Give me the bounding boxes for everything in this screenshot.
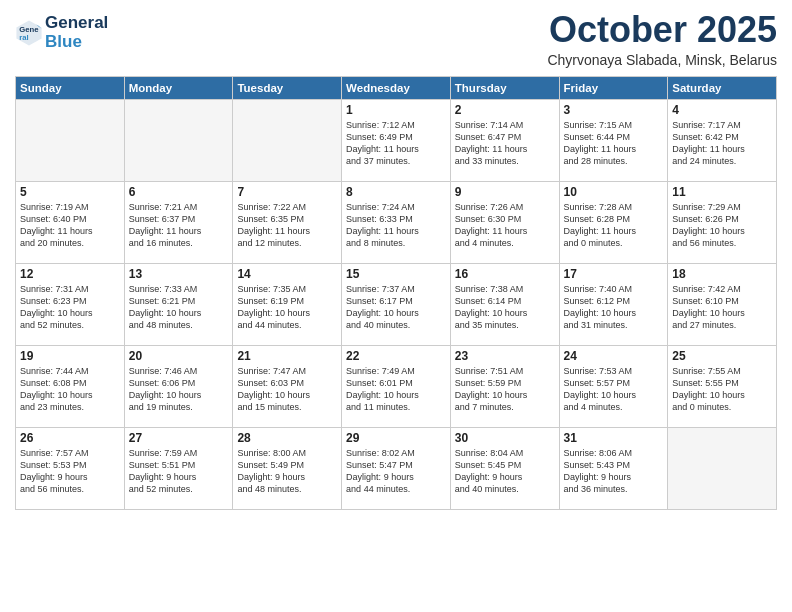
- calendar-cell: 26Sunrise: 7:57 AM Sunset: 5:53 PM Dayli…: [16, 427, 125, 509]
- day-number: 2: [455, 103, 555, 117]
- svg-text:Gene: Gene: [19, 24, 39, 33]
- calendar-cell: 19Sunrise: 7:44 AM Sunset: 6:08 PM Dayli…: [16, 345, 125, 427]
- day-number: 6: [129, 185, 229, 199]
- calendar-cell: 28Sunrise: 8:00 AM Sunset: 5:49 PM Dayli…: [233, 427, 342, 509]
- cell-info: Sunrise: 7:14 AM Sunset: 6:47 PM Dayligh…: [455, 119, 555, 168]
- weekday-header-thursday: Thursday: [450, 76, 559, 99]
- calendar-cell: 8Sunrise: 7:24 AM Sunset: 6:33 PM Daylig…: [342, 181, 451, 263]
- calendar-cell: 16Sunrise: 7:38 AM Sunset: 6:14 PM Dayli…: [450, 263, 559, 345]
- calendar-cell: 14Sunrise: 7:35 AM Sunset: 6:19 PM Dayli…: [233, 263, 342, 345]
- day-number: 5: [20, 185, 120, 199]
- calendar-week-1: 1Sunrise: 7:12 AM Sunset: 6:49 PM Daylig…: [16, 99, 777, 181]
- calendar-cell: 25Sunrise: 7:55 AM Sunset: 5:55 PM Dayli…: [668, 345, 777, 427]
- day-number: 23: [455, 349, 555, 363]
- day-number: 25: [672, 349, 772, 363]
- cell-info: Sunrise: 7:17 AM Sunset: 6:42 PM Dayligh…: [672, 119, 772, 168]
- day-number: 11: [672, 185, 772, 199]
- day-number: 10: [564, 185, 664, 199]
- day-number: 15: [346, 267, 446, 281]
- day-number: 13: [129, 267, 229, 281]
- header: Gene ral General Blue October 2025 Chyrv…: [15, 10, 777, 68]
- cell-info: Sunrise: 7:51 AM Sunset: 5:59 PM Dayligh…: [455, 365, 555, 414]
- cell-info: Sunrise: 7:55 AM Sunset: 5:55 PM Dayligh…: [672, 365, 772, 414]
- day-number: 29: [346, 431, 446, 445]
- day-number: 9: [455, 185, 555, 199]
- cell-info: Sunrise: 7:29 AM Sunset: 6:26 PM Dayligh…: [672, 201, 772, 250]
- svg-text:ral: ral: [19, 33, 28, 42]
- day-number: 12: [20, 267, 120, 281]
- cell-info: Sunrise: 7:22 AM Sunset: 6:35 PM Dayligh…: [237, 201, 337, 250]
- calendar-cell: 5Sunrise: 7:19 AM Sunset: 6:40 PM Daylig…: [16, 181, 125, 263]
- calendar-cell: 29Sunrise: 8:02 AM Sunset: 5:47 PM Dayli…: [342, 427, 451, 509]
- calendar-cell: 12Sunrise: 7:31 AM Sunset: 6:23 PM Dayli…: [16, 263, 125, 345]
- calendar-cell: 9Sunrise: 7:26 AM Sunset: 6:30 PM Daylig…: [450, 181, 559, 263]
- weekday-header-row: SundayMondayTuesdayWednesdayThursdayFrid…: [16, 76, 777, 99]
- calendar-cell: 24Sunrise: 7:53 AM Sunset: 5:57 PM Dayli…: [559, 345, 668, 427]
- cell-info: Sunrise: 7:19 AM Sunset: 6:40 PM Dayligh…: [20, 201, 120, 250]
- cell-info: Sunrise: 7:49 AM Sunset: 6:01 PM Dayligh…: [346, 365, 446, 414]
- cell-info: Sunrise: 8:06 AM Sunset: 5:43 PM Dayligh…: [564, 447, 664, 496]
- calendar-cell: 17Sunrise: 7:40 AM Sunset: 6:12 PM Dayli…: [559, 263, 668, 345]
- calendar-week-3: 12Sunrise: 7:31 AM Sunset: 6:23 PM Dayli…: [16, 263, 777, 345]
- page-container: Gene ral General Blue October 2025 Chyrv…: [0, 0, 792, 515]
- calendar-cell: 20Sunrise: 7:46 AM Sunset: 6:06 PM Dayli…: [124, 345, 233, 427]
- calendar-cell: 6Sunrise: 7:21 AM Sunset: 6:37 PM Daylig…: [124, 181, 233, 263]
- calendar-cell: 21Sunrise: 7:47 AM Sunset: 6:03 PM Dayli…: [233, 345, 342, 427]
- day-number: 18: [672, 267, 772, 281]
- weekday-header-saturday: Saturday: [668, 76, 777, 99]
- day-number: 26: [20, 431, 120, 445]
- logo-text: General Blue: [45, 14, 108, 51]
- calendar-cell: 18Sunrise: 7:42 AM Sunset: 6:10 PM Dayli…: [668, 263, 777, 345]
- day-number: 21: [237, 349, 337, 363]
- weekday-header-tuesday: Tuesday: [233, 76, 342, 99]
- day-number: 31: [564, 431, 664, 445]
- cell-info: Sunrise: 7:15 AM Sunset: 6:44 PM Dayligh…: [564, 119, 664, 168]
- calendar-cell: 4Sunrise: 7:17 AM Sunset: 6:42 PM Daylig…: [668, 99, 777, 181]
- title-block: October 2025 Chyrvonaya Slabada, Minsk, …: [547, 10, 777, 68]
- day-number: 17: [564, 267, 664, 281]
- logo: Gene ral General Blue: [15, 14, 108, 51]
- day-number: 4: [672, 103, 772, 117]
- day-number: 16: [455, 267, 555, 281]
- calendar-cell: 1Sunrise: 7:12 AM Sunset: 6:49 PM Daylig…: [342, 99, 451, 181]
- cell-info: Sunrise: 7:40 AM Sunset: 6:12 PM Dayligh…: [564, 283, 664, 332]
- cell-info: Sunrise: 7:53 AM Sunset: 5:57 PM Dayligh…: [564, 365, 664, 414]
- calendar-cell: 13Sunrise: 7:33 AM Sunset: 6:21 PM Dayli…: [124, 263, 233, 345]
- calendar-cell: 22Sunrise: 7:49 AM Sunset: 6:01 PM Dayli…: [342, 345, 451, 427]
- day-number: 3: [564, 103, 664, 117]
- month-title: October 2025: [547, 10, 777, 50]
- day-number: 27: [129, 431, 229, 445]
- cell-info: Sunrise: 7:59 AM Sunset: 5:51 PM Dayligh…: [129, 447, 229, 496]
- calendar-cell: 23Sunrise: 7:51 AM Sunset: 5:59 PM Dayli…: [450, 345, 559, 427]
- logo-icon: Gene ral: [15, 19, 43, 47]
- cell-info: Sunrise: 7:57 AM Sunset: 5:53 PM Dayligh…: [20, 447, 120, 496]
- calendar-cell: [124, 99, 233, 181]
- location-subtitle: Chyrvonaya Slabada, Minsk, Belarus: [547, 52, 777, 68]
- weekday-header-friday: Friday: [559, 76, 668, 99]
- cell-info: Sunrise: 7:33 AM Sunset: 6:21 PM Dayligh…: [129, 283, 229, 332]
- cell-info: Sunrise: 8:04 AM Sunset: 5:45 PM Dayligh…: [455, 447, 555, 496]
- calendar-cell: 10Sunrise: 7:28 AM Sunset: 6:28 PM Dayli…: [559, 181, 668, 263]
- calendar-cell: [233, 99, 342, 181]
- calendar-week-2: 5Sunrise: 7:19 AM Sunset: 6:40 PM Daylig…: [16, 181, 777, 263]
- day-number: 1: [346, 103, 446, 117]
- cell-info: Sunrise: 7:24 AM Sunset: 6:33 PM Dayligh…: [346, 201, 446, 250]
- day-number: 14: [237, 267, 337, 281]
- day-number: 19: [20, 349, 120, 363]
- cell-info: Sunrise: 7:12 AM Sunset: 6:49 PM Dayligh…: [346, 119, 446, 168]
- cell-info: Sunrise: 7:44 AM Sunset: 6:08 PM Dayligh…: [20, 365, 120, 414]
- calendar-cell: [668, 427, 777, 509]
- cell-info: Sunrise: 7:37 AM Sunset: 6:17 PM Dayligh…: [346, 283, 446, 332]
- calendar-cell: 2Sunrise: 7:14 AM Sunset: 6:47 PM Daylig…: [450, 99, 559, 181]
- cell-info: Sunrise: 7:35 AM Sunset: 6:19 PM Dayligh…: [237, 283, 337, 332]
- cell-info: Sunrise: 7:26 AM Sunset: 6:30 PM Dayligh…: [455, 201, 555, 250]
- cell-info: Sunrise: 8:00 AM Sunset: 5:49 PM Dayligh…: [237, 447, 337, 496]
- calendar-cell: 31Sunrise: 8:06 AM Sunset: 5:43 PM Dayli…: [559, 427, 668, 509]
- day-number: 7: [237, 185, 337, 199]
- day-number: 30: [455, 431, 555, 445]
- day-number: 24: [564, 349, 664, 363]
- weekday-header-monday: Monday: [124, 76, 233, 99]
- cell-info: Sunrise: 7:31 AM Sunset: 6:23 PM Dayligh…: [20, 283, 120, 332]
- day-number: 8: [346, 185, 446, 199]
- calendar-cell: 30Sunrise: 8:04 AM Sunset: 5:45 PM Dayli…: [450, 427, 559, 509]
